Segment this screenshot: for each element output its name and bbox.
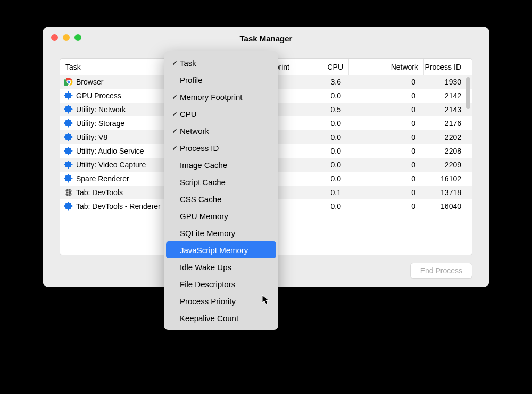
cell-cpu: 0.0 — [293, 119, 346, 128]
titlebar: Task Manager — [43, 27, 489, 50]
menu-item-label: File Descriptors — [180, 280, 235, 289]
menu-item-process-priority[interactable]: Process Priority — [166, 292, 276, 309]
close-icon[interactable] — [51, 34, 58, 41]
task-name: Tab: DevTools - Renderer — [76, 202, 161, 211]
checkmark-icon: ✓ — [170, 110, 180, 118]
cell-cpu: 0.1 — [293, 188, 346, 197]
menu-item-label: Image Cache — [180, 161, 227, 170]
menu-item-image-cache[interactable]: Image Cache — [166, 156, 276, 173]
column-context-menu: ✓TaskProfile✓Memory Footprint✓CPU✓Networ… — [164, 51, 278, 330]
menu-item-script-cache[interactable]: Script Cache — [166, 173, 276, 190]
menu-item-label: Network — [180, 127, 209, 136]
cell-pid: 16040 — [421, 202, 472, 211]
extension-icon — [64, 119, 73, 128]
menu-item-label: Process ID — [180, 144, 219, 153]
menu-item-cpu[interactable]: ✓CPU — [166, 105, 276, 122]
cell-cpu: 0.0 — [293, 202, 346, 211]
cell-network: 0 — [346, 78, 421, 86]
footer: End Process — [410, 263, 472, 279]
zoom-icon[interactable] — [74, 34, 81, 41]
menu-item-task[interactable]: ✓Task — [166, 54, 276, 71]
cell-pid: 2143 — [421, 105, 472, 114]
menu-item-css-cache[interactable]: CSS Cache — [166, 190, 276, 207]
menu-item-label: Memory Footprint — [180, 93, 243, 102]
checkmark-icon: ✓ — [170, 127, 180, 135]
checkmark-icon: ✓ — [170, 58, 180, 67]
cell-network: 0 — [346, 147, 421, 155]
cell-task: Tab: DevTools — [60, 188, 181, 197]
menu-item-sqlite-memory[interactable]: SQLite Memory — [166, 224, 276, 241]
menu-item-file-descriptors[interactable]: File Descriptors — [166, 275, 276, 292]
cell-task: Tab: DevTools - Renderer — [60, 202, 181, 211]
extension-icon — [64, 174, 73, 183]
cell-network: 0 — [346, 188, 421, 197]
menu-item-keepalive-count[interactable]: Keepalive Count — [166, 309, 276, 326]
cell-pid: 2209 — [421, 161, 472, 169]
cell-network: 0 — [346, 119, 421, 128]
menu-item-javascript-memory[interactable]: JavaScript Memory — [166, 241, 276, 258]
menu-item-label: SQLite Memory — [180, 229, 235, 238]
traffic-lights — [51, 34, 81, 41]
cell-task: Utility: Audio Service — [60, 147, 181, 155]
menu-item-label: Idle Wake Ups — [180, 263, 231, 272]
menu-item-memory-footprint[interactable]: ✓Memory Footprint — [166, 88, 276, 105]
checkmark-icon: ✓ — [170, 144, 180, 152]
cell-cpu: 0.0 — [293, 147, 346, 155]
extension-icon — [64, 161, 73, 169]
cell-pid: 2142 — [421, 91, 472, 100]
extension-icon — [64, 105, 73, 114]
col-network-label: Network — [391, 63, 418, 71]
window-title: Task Manager — [43, 34, 489, 43]
cell-pid: 13718 — [421, 188, 472, 197]
menu-item-label: Task — [180, 58, 196, 68]
menu-item-label: CSS Cache — [180, 195, 221, 204]
cell-network: 0 — [346, 91, 421, 100]
cell-cpu: 0.0 — [293, 174, 346, 183]
task-name: Utility: Storage — [76, 119, 124, 128]
checkmark-icon: ✓ — [170, 93, 180, 101]
cell-network: 0 — [346, 105, 421, 114]
cell-cpu: 3.6 — [293, 78, 346, 86]
cell-task: GPU Process — [60, 91, 181, 100]
col-pid[interactable]: Process ID — [424, 59, 472, 75]
cell-pid: 1930 — [421, 78, 472, 86]
scrollbar-thumb[interactable] — [466, 77, 470, 109]
col-cpu[interactable]: CPU — [295, 59, 349, 75]
menu-item-profile[interactable]: Profile — [166, 71, 276, 88]
cell-pid: 2176 — [421, 119, 472, 128]
menu-item-label: Script Cache — [180, 178, 226, 187]
globe-icon — [64, 188, 73, 197]
col-task-label: Task — [65, 63, 81, 71]
menu-item-network[interactable]: ✓Network — [166, 122, 276, 139]
cell-cpu: 0.0 — [293, 161, 346, 169]
menu-item-label: Profile — [180, 76, 203, 85]
col-cpu-label: CPU — [327, 63, 343, 71]
cell-task: Utility: Network — [60, 105, 181, 114]
cell-network: 0 — [346, 174, 421, 183]
menu-item-process-id[interactable]: ✓Process ID — [166, 139, 276, 156]
menu-item-label: GPU Memory — [180, 212, 228, 221]
menu-item-label: Process Priority — [180, 297, 236, 306]
cell-cpu: 0.0 — [293, 91, 346, 100]
cell-task: Utility: V8 — [60, 133, 181, 141]
task-name: Tab: DevTools — [76, 188, 123, 197]
task-name: GPU Process — [76, 91, 121, 100]
task-name: Utility: Network — [76, 105, 126, 114]
extension-icon — [64, 133, 73, 141]
cell-network: 0 — [346, 133, 421, 141]
extension-icon — [64, 202, 73, 211]
menu-item-idle-wake-ups[interactable]: Idle Wake Ups — [166, 258, 276, 275]
task-name: Utility: V8 — [76, 133, 107, 141]
menu-item-label: CPU — [180, 110, 197, 119]
extension-icon — [64, 91, 73, 100]
menu-item-gpu-memory[interactable]: GPU Memory — [166, 207, 276, 224]
minimize-icon[interactable] — [63, 34, 70, 41]
col-network[interactable]: Network — [349, 59, 424, 75]
cell-pid: 2202 — [421, 133, 472, 141]
cell-network: 0 — [346, 161, 421, 169]
end-process-button[interactable]: End Process — [410, 263, 472, 279]
menu-item-label: Keepalive Count — [180, 314, 238, 323]
cell-network: 0 — [346, 202, 421, 211]
cell-cpu: 0.5 — [293, 105, 346, 114]
chrome-icon — [64, 78, 73, 86]
